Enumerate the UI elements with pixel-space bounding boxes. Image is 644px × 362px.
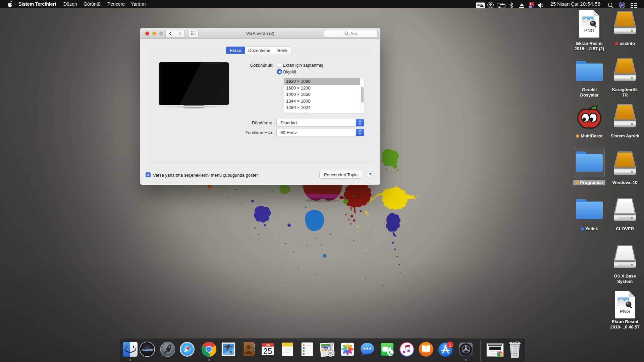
svg-text:PC: PC — [529, 6, 532, 8]
svg-text:1: 1 — [449, 343, 451, 348]
svg-text:280: 280 — [324, 348, 328, 350]
svg-text:NIS: NIS — [266, 344, 270, 347]
svg-text:3D: 3D — [329, 351, 333, 355]
svg-text:25: 25 — [263, 347, 272, 356]
